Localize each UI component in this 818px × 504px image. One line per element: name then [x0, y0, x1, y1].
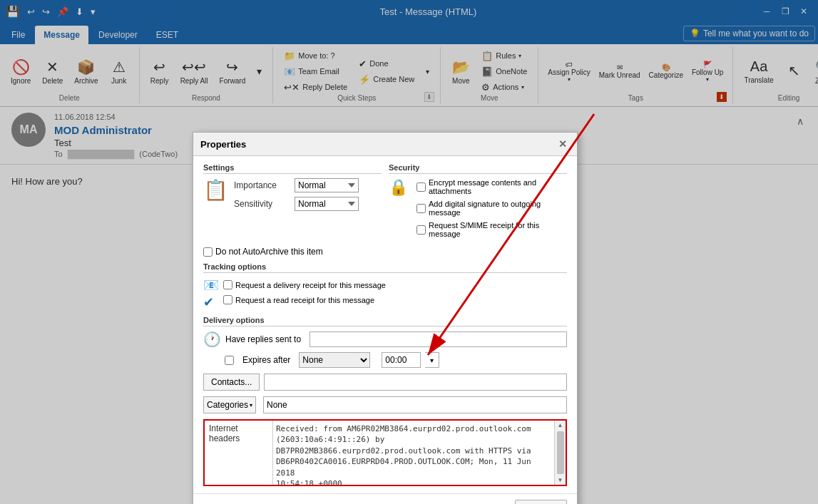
dialog-title-bar: Properties ✕	[193, 133, 577, 156]
contacts-input-area	[264, 374, 567, 391]
delivery-receipt-label: Request a delivery receipt for this mess…	[235, 281, 386, 289]
dialog-title-text: Properties	[200, 139, 246, 150]
delivery-icon: 🕐	[203, 331, 221, 348]
delivery-header: Delivery options	[203, 316, 567, 326]
expires-select[interactable]: None	[299, 352, 370, 368]
encrypt-checkbox[interactable]	[416, 182, 426, 192]
tracking-icons: 📧 ✔	[203, 277, 219, 310]
encrypt-label: Encrypt message contents and attachments	[429, 178, 567, 195]
auto-archive-checkbox[interactable]	[203, 247, 213, 257]
auto-archive-row: Do not AutoArchive this item	[203, 247, 567, 257]
encrypt-row: Encrypt message contents and attachments	[416, 178, 567, 195]
smime-label: Request S/MIME receipt for this message	[429, 221, 567, 238]
scroll-thumb[interactable]	[557, 431, 564, 474]
tracking-row: 📧 ✔ Request a delivery receipt for this …	[203, 277, 567, 310]
categories-label: Categories	[207, 400, 248, 410]
importance-row: Importance Normal	[234, 178, 359, 192]
delivery-section: Delivery options 🕐 Have replies sent to …	[203, 316, 567, 368]
check-envelope-icon: ✔	[203, 294, 219, 310]
envelope-icon: 📧	[203, 277, 219, 293]
categories-row: Categories ▾	[203, 396, 567, 413]
security-header: Security	[389, 163, 567, 174]
contacts-categories-row: Contacts...	[203, 374, 567, 391]
smime-checkbox[interactable]	[416, 225, 426, 235]
auto-archive-label: Do not AutoArchive this item	[215, 247, 323, 257]
importance-select[interactable]: Normal	[295, 178, 359, 192]
read-receipt-checkbox[interactable]	[223, 295, 232, 304]
expires-checkbox[interactable]	[225, 356, 234, 365]
tracking-header: Tracking options	[203, 262, 567, 273]
read-receipt-row: Request a read receipt for this message	[223, 295, 567, 304]
lock-icon: 🔒	[389, 178, 408, 197]
digital-sig-row: Add digital signature to outgoing messag…	[416, 200, 567, 217]
sensitivity-label: Sensitivity	[234, 199, 295, 209]
settings-icon: 📋	[203, 178, 228, 202]
settings-security-row: Settings 📋 Importance Normal Sensitivity	[203, 163, 567, 241]
sensitivity-select[interactable]: Normal	[295, 197, 359, 211]
importance-label: Importance	[234, 180, 295, 190]
settings-header: Settings	[203, 163, 382, 174]
read-receipt-label: Request a read receipt for this message	[235, 296, 374, 304]
security-checks: Encrypt message contents and attachments…	[416, 178, 567, 241]
sensitivity-row: Sensitivity Normal	[234, 197, 359, 211]
smime-row: Request S/MIME receipt for this message	[416, 221, 567, 238]
headers-row: Internet headers Received: from AM6PR02M…	[205, 421, 566, 485]
have-replies-input[interactable]	[310, 331, 567, 347]
time-input[interactable]	[382, 352, 421, 368]
settings-fields: Importance Normal Sensitivity Normal	[234, 178, 359, 215]
properties-dialog: Properties ✕ Settings 📋 Importance Norma…	[193, 132, 578, 504]
digital-sig-label: Add digital signature to outgoing messag…	[429, 200, 567, 217]
headers-label: Internet headers	[205, 421, 272, 485]
categories-dropdown-button[interactable]: Categories ▾	[203, 396, 256, 413]
tracking-section: Tracking options 📧 ✔ Request a delivery …	[203, 262, 567, 310]
close-dialog-button[interactable]: Close	[515, 500, 567, 504]
dialog-body: Settings 📋 Importance Normal Sensitivity	[193, 156, 577, 493]
delivery-receipt-row: Request a delivery receipt for this mess…	[223, 280, 567, 289]
settings-section: Settings 📋 Importance Normal Sensitivity	[203, 163, 382, 241]
headers-textarea[interactable]: Received: from AM6PR02MB3864.eurprd02.pr…	[272, 421, 554, 485]
expires-row: Expires after None ▾	[203, 352, 567, 368]
have-replies-row: 🕐 Have replies sent to	[203, 331, 567, 348]
contacts-button[interactable]: Contacts...	[203, 374, 260, 391]
headers-scrollbar: ▲ ▼	[554, 421, 566, 485]
expires-label: Expires after	[242, 355, 290, 365]
categories-arrow-icon: ▾	[250, 402, 252, 408]
categories-input[interactable]	[263, 396, 567, 413]
dialog-footer: Close	[193, 493, 577, 504]
scroll-up-button[interactable]: ▲	[556, 421, 565, 430]
internet-headers-section: Internet headers Received: from AM6PR02M…	[203, 419, 567, 486]
time-arrow-button[interactable]: ▾	[425, 352, 439, 368]
delivery-receipt-checkbox[interactable]	[223, 280, 232, 289]
scroll-down-button[interactable]: ▼	[556, 475, 565, 485]
security-section: Security 🔒 Encrypt message contents and …	[389, 163, 567, 241]
contacts-input[interactable]	[264, 374, 567, 391]
dialog-close-button[interactable]: ✕	[556, 137, 570, 151]
tracking-checks: Request a delivery receipt for this mess…	[223, 280, 567, 307]
have-replies-label: Have replies sent to	[225, 334, 301, 344]
digital-sig-checkbox[interactable]	[416, 204, 426, 213]
